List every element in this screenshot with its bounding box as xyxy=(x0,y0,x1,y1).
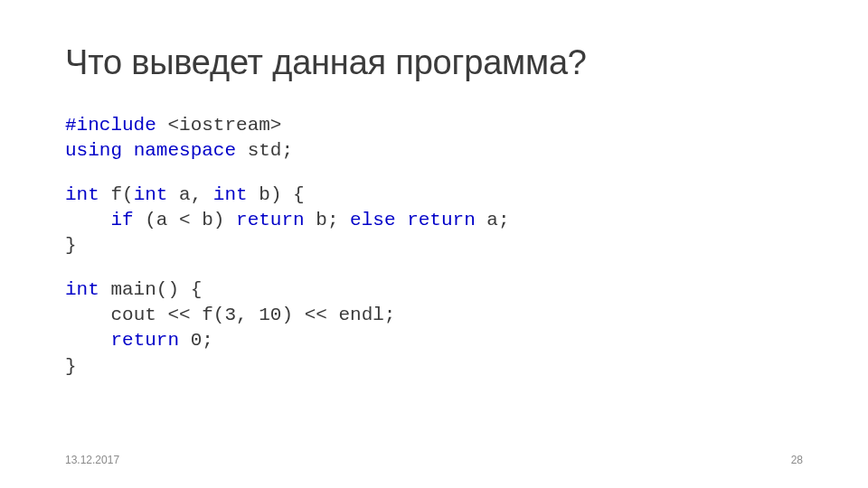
code-text: 0; xyxy=(179,330,213,351)
code-line: int main() { xyxy=(65,279,202,300)
code-type: int xyxy=(65,279,99,300)
slide: Что выведет данная программа? #include <… xyxy=(0,0,868,488)
code-block-3: int main() { cout << f(3, 10) << endl; r… xyxy=(65,277,803,380)
code-text: b) { xyxy=(248,184,305,205)
code-text: main() { xyxy=(99,279,202,300)
code-keyword: namespace xyxy=(134,140,236,161)
code-keyword: return xyxy=(110,330,179,351)
code-keyword: return xyxy=(236,210,305,230)
code-text: (a < b) xyxy=(134,210,236,230)
code-line: using namespace std; xyxy=(65,140,293,161)
code-indent xyxy=(65,330,110,351)
slide-title: Что выведет данная программа? xyxy=(65,43,803,82)
code-line: if (a < b) return b; else return a; xyxy=(65,210,510,230)
code-type: int xyxy=(213,184,248,205)
code-text xyxy=(396,210,408,230)
code-type: int xyxy=(134,184,168,205)
code-line: } xyxy=(65,235,77,256)
code-keyword: return xyxy=(407,210,476,230)
code-line: #include <iostream> xyxy=(65,115,281,136)
footer-page-number: 28 xyxy=(791,454,803,466)
code-line: cout << f(3, 10) << endl; xyxy=(65,305,395,325)
code-text: cout << f(3, 10) << endl; xyxy=(110,305,395,325)
code-indent xyxy=(65,210,110,230)
code-directive: #include xyxy=(65,115,167,136)
code-text: a; xyxy=(476,210,510,230)
code-text: f( xyxy=(99,184,134,205)
code-text: std; xyxy=(236,140,293,161)
footer-date: 13.12.2017 xyxy=(65,454,119,466)
code-type: int xyxy=(65,184,99,205)
code-keyword: else xyxy=(350,210,395,230)
code-indent xyxy=(65,305,110,325)
code-text xyxy=(122,140,134,161)
code-keyword: if xyxy=(110,210,133,230)
code-block-1: #include <iostream> using namespace std; xyxy=(65,113,803,164)
code-line: int f(int a, int b) { xyxy=(65,184,305,205)
code-line: } xyxy=(65,356,77,377)
code-block-2: int f(int a, int b) { if (a < b) return … xyxy=(65,183,803,259)
code-keyword: using xyxy=(65,140,122,161)
code-text: b; xyxy=(305,210,350,230)
code-include-target: <iostream> xyxy=(167,115,281,136)
code-text: a, xyxy=(167,184,212,205)
code-line: return 0; xyxy=(65,330,213,351)
